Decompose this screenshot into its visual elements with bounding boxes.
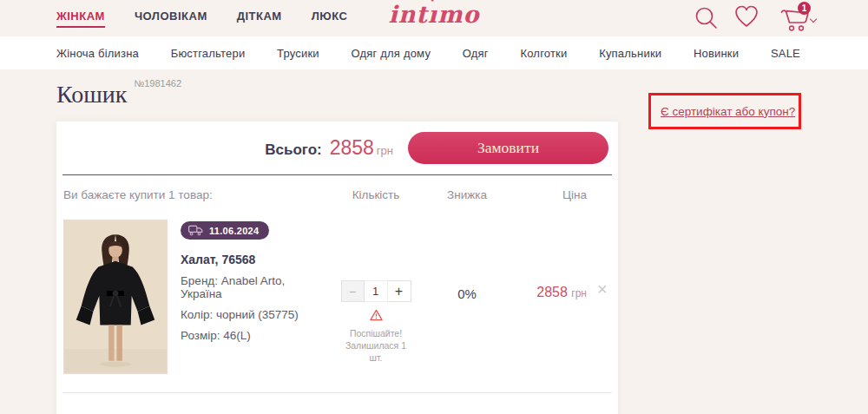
product-cell: 11.06.2024 Халат, 76568 Бренд: Anabel Ar… <box>63 220 324 392</box>
price-value: 2858 <box>536 285 568 299</box>
page-head: Кошик№1981462 <box>56 78 181 108</box>
logo-text-part1: int <box>388 1 427 28</box>
stock-warning-line3: шт. <box>339 352 413 364</box>
quantity-decrease-button[interactable]: − <box>341 280 365 302</box>
total-label: Всього: <box>265 141 321 158</box>
logo-i: ı♥ <box>428 1 437 28</box>
product-brand: Бренд: Anabel Arto, Україна <box>181 274 324 300</box>
subnav-item-swimwear[interactable]: Купальники <box>599 47 661 60</box>
col-discount-header: Знижка <box>428 188 506 201</box>
quantity-stepper: − + <box>341 280 411 302</box>
cart-card: Всього:2858грн Замовити Ви бажаєте купит… <box>56 122 618 414</box>
nav-item-kids[interactable]: ДІТКАМ <box>237 10 282 28</box>
wishlist-heart-icon[interactable] <box>733 4 760 31</box>
price-currency: грн <box>571 287 587 299</box>
quantity-increase-button[interactable]: + <box>388 280 411 302</box>
product-size: Розмір: 46(L) <box>181 329 324 342</box>
annotation-highlight-box: Є сертифікат або купон? <box>648 93 801 129</box>
subnav-item-bras[interactable]: Бюстгальтери <box>171 47 246 60</box>
order-button[interactable]: Замовити <box>408 132 608 164</box>
col-price-header: Ціна <box>506 188 597 201</box>
nav-item-men[interactable]: ЧОЛОВІКАМ <box>135 10 207 28</box>
main-nav: ЖІНКАМ ЧОЛОВІКАМ ДІТКАМ ЛЮКС <box>56 10 377 28</box>
subnav-item-sale[interactable]: SALE <box>771 47 800 60</box>
product-color: Колір: чорний (35775) <box>181 308 324 321</box>
main-content: Кошик№1981462 Є сертифікат або купон? Вс… <box>0 69 868 414</box>
logo-text-part2: mo <box>437 1 480 28</box>
brand-logo[interactable]: intı♥mo <box>388 1 479 28</box>
search-icon[interactable] <box>693 4 719 33</box>
cart-icon[interactable]: 1 <box>774 4 816 35</box>
total-group: Всього:2858грн <box>265 136 393 160</box>
stock-warning-line1: Поспішайте! <box>339 327 413 339</box>
cart-summary: Всього:2858грн Замовити <box>62 122 612 175</box>
truck-icon <box>188 225 203 236</box>
price-cell: 2858 грн <box>506 220 597 392</box>
discount-value: 0% <box>457 286 477 301</box>
subnav-item-clothes[interactable]: Одяг <box>463 47 489 60</box>
delivery-date: 11.06.2024 <box>209 226 259 236</box>
total-value: 2858 <box>330 136 374 159</box>
nav-item-lux[interactable]: ЛЮКС <box>312 10 348 28</box>
header-icons: 1 <box>693 4 816 35</box>
category-nav: Жіноча білизна Бюстгальтери Трусики Одяг… <box>0 36 868 69</box>
stock-warning-line2: Залишилася 1 <box>339 339 413 352</box>
subnav-item-panties[interactable]: Трусики <box>277 47 319 60</box>
discount-cell: 0% <box>428 220 506 392</box>
col-quantity-header: Кількість <box>324 188 428 201</box>
top-header: ЖІНКАМ ЧОЛОВІКАМ ДІТКАМ ЛЮКС intı♥mo 1 <box>0 0 868 36</box>
subnav-item-homewear[interactable]: Одяг для дому <box>351 47 431 60</box>
cart-number: №1981462 <box>134 78 181 89</box>
subnav-item-lingerie[interactable]: Жіноча білизна <box>56 47 139 60</box>
cart-table-header: Ви бажаєте купити 1 товар: Кількість Зни… <box>56 175 618 214</box>
product-info: 11.06.2024 Халат, 76568 Бренд: Anabel Ar… <box>181 220 324 392</box>
certificate-coupon-link[interactable]: Є сертифікат або купон? <box>661 105 795 118</box>
page-title: Кошик <box>56 81 127 108</box>
product-image[interactable] <box>63 220 168 374</box>
cart-item-row: 11.06.2024 Халат, 76568 Бренд: Anabel Ar… <box>56 214 618 392</box>
nav-item-women[interactable]: ЖІНКАМ <box>56 10 105 28</box>
row-divider <box>62 392 612 393</box>
subnav-item-new[interactable]: Новинки <box>694 47 739 60</box>
quantity-cell: − + Поспішайте! Залишилася 1 шт. <box>324 220 428 392</box>
total-currency: грн <box>377 144 393 157</box>
product-name[interactable]: Халат, 76568 <box>181 253 324 266</box>
quantity-input[interactable] <box>365 280 388 302</box>
subnav-item-tights[interactable]: Колготки <box>520 47 567 60</box>
delivery-date-badge: 11.06.2024 <box>181 221 269 240</box>
cart-count-badge: 1 <box>798 2 811 15</box>
warning-triangle-icon <box>370 309 383 321</box>
remove-cell: × <box>597 220 611 392</box>
stock-warning: Поспішайте! Залишилася 1 шт. <box>339 309 413 364</box>
items-caption: Ви бажаєте купити 1 товар: <box>63 188 324 201</box>
remove-item-button[interactable]: × <box>597 280 608 298</box>
logo-heart-icon: ♥ <box>429 0 437 3</box>
